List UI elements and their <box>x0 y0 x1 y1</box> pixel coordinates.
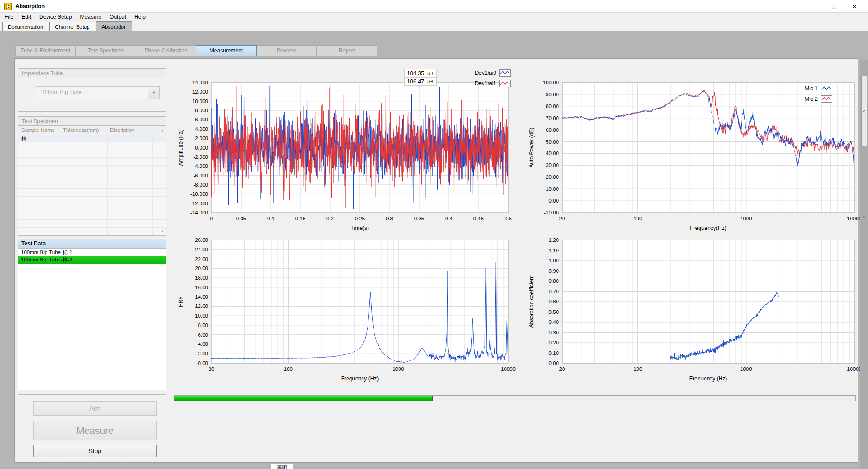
tab-documentation[interactable]: Documentation <box>2 22 48 31</box>
legend-label: Mic 2 <box>788 96 818 102</box>
column-divider <box>107 204 108 212</box>
subtab-test-specimen[interactable]: Test Specimen <box>75 45 136 56</box>
table-row-empty[interactable] <box>18 166 166 173</box>
close-button[interactable]: ✕ <box>844 0 865 13</box>
svg-text:12.000: 12.000 <box>192 89 208 94</box>
column-divider <box>152 181 153 188</box>
column-divider <box>107 189 108 196</box>
svg-text:Absorption coefficient: Absorption coefficient <box>528 275 535 328</box>
main-panel: Impendace Tube 100mm Big Tube ▼ Test Spe… <box>14 58 858 463</box>
stop-button[interactable]: Stop <box>33 445 157 457</box>
scroll-up-icon[interactable]: ∧ <box>161 129 164 133</box>
column-divider <box>152 228 153 235</box>
table-row-empty[interactable] <box>18 173 166 181</box>
svg-text:1.20: 1.20 <box>549 237 559 243</box>
subtab-process[interactable]: Process <box>256 45 317 56</box>
maximize-button[interactable]: □ <box>824 0 844 13</box>
svg-text:2.000: 2.000 <box>195 135 208 141</box>
svg-text:0.15: 0.15 <box>295 216 305 221</box>
svg-text:20: 20 <box>559 366 565 372</box>
svg-text:100: 100 <box>633 366 642 372</box>
scrollbar-thumb[interactable]: < <box>861 76 867 146</box>
svg-text:6.000: 6.000 <box>195 117 208 122</box>
column-divider <box>152 166 153 173</box>
menu-item-output[interactable]: Output <box>105 13 130 21</box>
level-readout-unit: dB <box>427 71 433 76</box>
scroll-down-icon[interactable]: ∨ <box>161 229 164 233</box>
column-divider <box>107 197 108 204</box>
test-data-group-header: Test Data <box>18 239 166 249</box>
svg-text:1000: 1000 <box>740 216 752 221</box>
menu-item-file[interactable]: File <box>0 13 17 21</box>
legend-label: Mic 1 <box>788 85 818 92</box>
svg-text:0.20: 0.20 <box>549 340 559 345</box>
level-readout-value: 104.35 <box>407 70 424 77</box>
chart-time-waveform: 14.00012.00010.0008.0006.0004.0002.0000.… <box>175 75 529 239</box>
test-data-item-1[interactable]: 100mm Big Tube-棉-1 <box>18 249 166 256</box>
table-row-empty[interactable] <box>18 189 166 197</box>
arm-button[interactable]: Arm <box>33 401 157 416</box>
taskbar-tooltip: 画图 <box>271 464 293 469</box>
svg-text:-4.000: -4.000 <box>193 163 208 169</box>
svg-text:-10.000: -10.000 <box>190 191 208 197</box>
table-row-empty[interactable] <box>18 228 166 235</box>
svg-text:16.00: 16.00 <box>195 285 208 290</box>
column-divider <box>61 135 61 142</box>
test-specimen-table[interactable]: Sample NameThickness(mm)Discription棉∧∨ <box>18 126 166 236</box>
vertical-scrollbar[interactable]: < < <box>860 60 868 469</box>
svg-text:24.00: 24.00 <box>195 247 208 252</box>
column-header-1: Thickness(mm) <box>63 127 99 133</box>
column-divider <box>152 158 153 165</box>
table-row-empty[interactable] <box>18 204 166 212</box>
chevron-left-icon: < <box>863 109 865 114</box>
subtab-report[interactable]: Report <box>316 45 377 56</box>
svg-text:1.00: 1.00 <box>549 258 559 263</box>
svg-text:4.00: 4.00 <box>198 341 208 347</box>
menu-bar: FileEditDevice SetupMeasureOutputHelp <box>0 13 868 21</box>
app-window: Absorption — □ ✕ FileEditDevice SetupMea… <box>0 0 868 469</box>
column-divider <box>107 142 108 150</box>
svg-text:40.00: 40.00 <box>546 151 559 156</box>
tab-absorption[interactable]: Absorption <box>96 21 132 31</box>
svg-text:Time(s): Time(s) <box>351 225 369 231</box>
svg-text:100.00: 100.00 <box>543 80 559 85</box>
column-header-0: Sample Name <box>21 127 55 133</box>
table-row-empty[interactable] <box>18 181 166 189</box>
subtab-strip: Tube & EnvironmentTest SpecimenPhase Cal… <box>15 45 377 56</box>
menu-item-edit[interactable]: Edit <box>17 13 35 21</box>
legend-item-mic-2: Mic 2 <box>788 95 832 103</box>
table-row-empty[interactable] <box>18 220 166 228</box>
menu-item-measure[interactable]: Measure <box>76 13 105 21</box>
svg-text:100: 100 <box>633 216 642 221</box>
table-row[interactable]: 棉 <box>18 135 166 142</box>
test-data-item-2[interactable]: 100mm Big Tube-棉-2 <box>18 256 166 264</box>
svg-text:Amplitude (Pa): Amplitude (Pa) <box>178 130 184 166</box>
minimize-button[interactable]: — <box>803 0 824 13</box>
subtab-tube-environment[interactable]: Tube & Environment <box>15 45 76 56</box>
svg-text:0.90: 0.90 <box>549 268 559 274</box>
table-row-empty[interactable] <box>18 212 166 220</box>
test-data-list[interactable]: 100mm Big Tube-棉-1100mm Big Tube-棉-2 <box>18 249 166 390</box>
svg-text:0.4: 0.4 <box>445 216 453 221</box>
svg-text:10.00: 10.00 <box>546 186 559 192</box>
subtab-phase-calibration[interactable]: Phase Calibration <box>136 45 196 56</box>
table-row-empty[interactable] <box>18 197 166 204</box>
table-row-empty[interactable] <box>18 150 166 158</box>
measure-button[interactable]: Measure <box>33 421 157 440</box>
window-title: Absorption <box>16 3 45 10</box>
column-divider <box>61 166 61 173</box>
chevron-down-icon[interactable]: ▼ <box>148 87 159 99</box>
menu-item-help[interactable]: Help <box>130 13 150 21</box>
table-row-empty[interactable] <box>18 158 166 166</box>
column-divider <box>152 189 153 196</box>
tab-channel-setup[interactable]: Channel Setup <box>49 22 95 31</box>
menu-item-device-setup[interactable]: Device Setup <box>35 13 76 21</box>
column-divider <box>61 197 61 204</box>
impedance-tube-dropdown[interactable]: 100mm Big Tube ▼ <box>36 86 160 99</box>
table-row-empty[interactable] <box>18 142 166 150</box>
impedance-tube-group-body: 100mm Big Tube ▼ <box>18 78 166 112</box>
chevron-left-icon: < <box>863 215 865 219</box>
column-divider <box>152 173 153 181</box>
svg-text:20.00: 20.00 <box>546 174 559 180</box>
subtab-measurement[interactable]: Measurement <box>196 45 257 56</box>
